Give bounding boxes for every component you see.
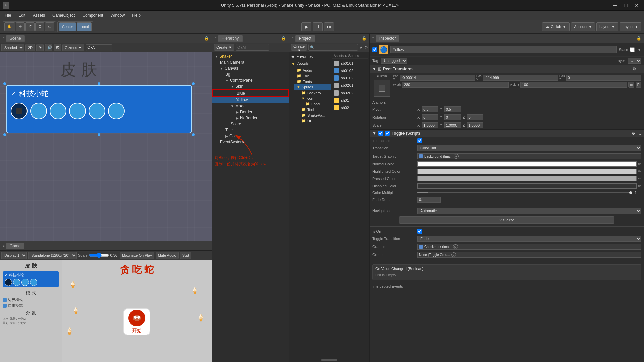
hier-item-mode[interactable]: ▼ Mode bbox=[212, 103, 289, 109]
game-content[interactable]: 皮 肤 ✓ 科技小蛇 bbox=[0, 260, 212, 362]
audio-folder[interactable]: 📁 Audio bbox=[294, 67, 331, 73]
rect-transform-header[interactable]: ▼ ⊞ Rect Transform ⚙ … bbox=[370, 65, 644, 73]
hier-item-bg[interactable]: Bg bbox=[212, 71, 289, 77]
sprite-sb0202[interactable]: sb0202 bbox=[332, 89, 368, 96]
sprite-sb0101[interactable]: sb0101 bbox=[332, 60, 368, 67]
scene-viewport[interactable]: 皮 肤 ✓ bbox=[0, 52, 212, 241]
center-btn[interactable]: Center bbox=[59, 22, 76, 31]
icon-folder[interactable]: ▼ Icon bbox=[299, 96, 331, 101]
favorites-item[interactable]: ★ Favorites bbox=[289, 53, 331, 60]
hand-tool[interactable]: ✋ bbox=[4, 22, 15, 31]
hierarchy-tab[interactable]: Hierarchy bbox=[218, 35, 243, 42]
close-btn[interactable]: ✕ bbox=[632, 2, 641, 9]
hier-item-score[interactable]: Score bbox=[212, 121, 289, 127]
graphic-ref[interactable]: Checkmark (Ima... ⊙ bbox=[417, 244, 641, 250]
multiplier-slider[interactable] bbox=[417, 192, 632, 193]
project-tab[interactable]: Project bbox=[295, 35, 315, 42]
scale-tool[interactable]: ⊡ bbox=[35, 22, 44, 31]
handle-tr[interactable] bbox=[192, 82, 195, 85]
resolution-select[interactable]: Standalone (1280x720) bbox=[28, 252, 77, 259]
scene-content[interactable]: 皮 肤 ✓ bbox=[0, 52, 212, 241]
stats-btn[interactable]: Stat bbox=[180, 252, 192, 259]
visualize-btn[interactable]: Visualize bbox=[399, 216, 614, 224]
group-selector[interactable]: ⊙ bbox=[451, 252, 456, 257]
hierarchy-content[interactable]: ▼ Snake* Main Camera ▼ Canvas Bg ▼ Contr… bbox=[212, 52, 289, 362]
hier-item-go[interactable]: ▶ Go bbox=[212, 133, 289, 139]
proj-star[interactable]: ★ bbox=[359, 45, 363, 50]
handle-br[interactable] bbox=[192, 133, 195, 136]
handle-tl[interactable] bbox=[3, 82, 6, 85]
transition-select[interactable]: Color Tint bbox=[417, 145, 641, 151]
scale-y[interactable] bbox=[444, 122, 461, 128]
toggle-script-gear[interactable]: ⚙ bbox=[632, 131, 635, 136]
scene-search[interactable] bbox=[86, 44, 112, 51]
fonts-folder[interactable]: 📁 Fonts bbox=[294, 79, 331, 84]
toggle-transition-select[interactable]: Fade bbox=[417, 236, 641, 242]
layers-btn[interactable]: Layers ▼ bbox=[596, 22, 618, 31]
inspector-lock[interactable]: 🔒 bbox=[636, 36, 641, 41]
rotation-y[interactable] bbox=[444, 114, 461, 120]
handle-tc[interactable] bbox=[98, 82, 100, 85]
project-tree[interactable]: ★ Favorites ▼ Assets 📁 Audio 📁 Fbx bbox=[289, 52, 331, 357]
local-btn[interactable]: Local bbox=[77, 22, 92, 31]
step-btn[interactable]: ⏭ bbox=[324, 22, 334, 31]
rotate-tool[interactable]: ↺ bbox=[25, 22, 35, 31]
r-btn[interactable]: ⊞ bbox=[628, 82, 634, 88]
scene-shading-select[interactable]: Shaded bbox=[1, 44, 24, 51]
account-btn[interactable]: Account ▼ bbox=[571, 22, 595, 31]
pressed-edit[interactable]: ✏ bbox=[638, 176, 641, 181]
pressed-swatch[interactable] bbox=[417, 176, 637, 181]
hier-item-noborder[interactable]: ▶ NoBorder bbox=[212, 115, 289, 121]
proj-settings[interactable]: ⚙ bbox=[364, 45, 368, 50]
menu-gameobject[interactable]: GameObject bbox=[49, 12, 78, 18]
obj-name-input[interactable] bbox=[390, 46, 617, 53]
toggle-script-overflow[interactable]: … bbox=[637, 131, 641, 136]
normal-color-swatch[interactable] bbox=[417, 161, 637, 167]
menu-edit[interactable]: Edit bbox=[15, 12, 29, 18]
proj-create-btn[interactable]: Create ▼ bbox=[291, 44, 307, 51]
menu-assets[interactable]: Assets bbox=[30, 12, 48, 18]
normal-color-edit[interactable]: ✏ bbox=[638, 162, 641, 166]
fbx-folder[interactable]: 📁 Fbx bbox=[294, 73, 331, 79]
handle-bl[interactable] bbox=[3, 133, 6, 136]
scene-image-btn[interactable]: 🖼 bbox=[54, 44, 61, 51]
pos-z-input[interactable] bbox=[566, 75, 641, 81]
scene-lock[interactable]: 🔒 bbox=[204, 36, 209, 41]
rect-overflow[interactable]: … bbox=[637, 67, 641, 71]
sprite-sh01[interactable]: sh01 bbox=[332, 97, 368, 104]
pos-x-input[interactable] bbox=[400, 75, 475, 81]
hier-item-maincamera[interactable]: Main Camera bbox=[212, 59, 289, 65]
disabled-swatch[interactable] bbox=[417, 183, 637, 189]
pause-btn[interactable]: ⏸ bbox=[313, 22, 323, 31]
project-search[interactable] bbox=[308, 44, 358, 51]
static-checkbox[interactable] bbox=[630, 47, 635, 52]
fade-input[interactable] bbox=[417, 197, 441, 203]
target-graphic-selector[interactable]: ⊙ bbox=[454, 154, 459, 159]
highlighted-edit[interactable]: ✏ bbox=[638, 169, 641, 174]
scale-slider[interactable] bbox=[89, 253, 109, 258]
hier-item-yellow[interactable]: Yellow bbox=[212, 97, 289, 103]
scene-tab[interactable]: Scene bbox=[6, 35, 25, 42]
target-graphic-ref[interactable]: Background (Ima... ⊙ bbox=[417, 153, 641, 159]
r-text-btn[interactable]: R bbox=[636, 82, 641, 88]
height-input[interactable] bbox=[520, 82, 627, 88]
snakepa-folder[interactable]: 📁 SnakePa... bbox=[299, 112, 331, 118]
toggle-script-enable[interactable] bbox=[378, 131, 383, 136]
hier-item-eventsystem[interactable]: EventSystem bbox=[212, 139, 289, 145]
rotation-x[interactable] bbox=[422, 114, 438, 120]
highlighted-swatch[interactable] bbox=[417, 169, 637, 174]
sprite-sb0201[interactable]: sb0201 bbox=[332, 82, 368, 89]
tag-select[interactable]: Untagged bbox=[381, 58, 407, 64]
hierarchy-search[interactable] bbox=[236, 44, 269, 51]
toggle-script-header[interactable]: ▼ Toggle (Script) ⚙ … bbox=[370, 130, 644, 137]
collab-btn[interactable]: ☁ Collab ▼ bbox=[542, 22, 570, 31]
pivot-y[interactable] bbox=[444, 106, 461, 112]
toggle-script-enable2[interactable] bbox=[385, 131, 390, 136]
inspector-tab[interactable]: Inspector bbox=[376, 35, 399, 42]
menu-window[interactable]: Window bbox=[107, 12, 128, 18]
rotation-z[interactable] bbox=[467, 114, 483, 120]
hier-item-title[interactable]: Title bbox=[212, 127, 289, 133]
is-on-check[interactable] bbox=[417, 229, 422, 234]
sprites-folder[interactable]: ▼ Sprites bbox=[294, 84, 331, 90]
static-dropdown[interactable]: ▼ bbox=[637, 47, 641, 52]
